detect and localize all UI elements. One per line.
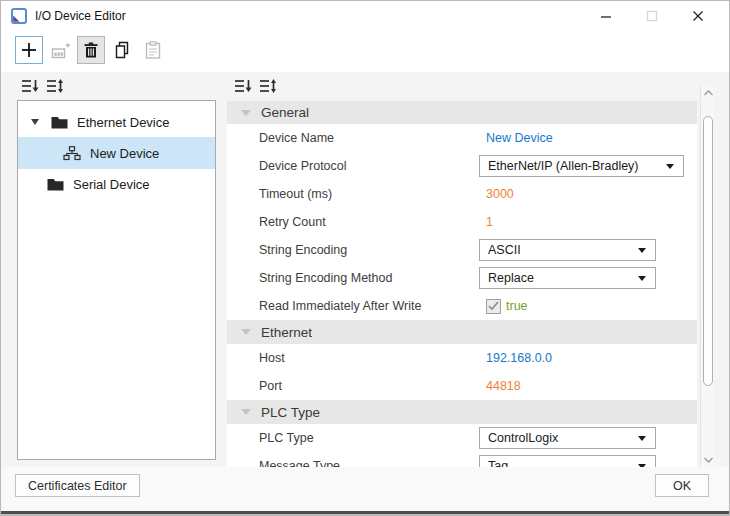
- property-label: Device Protocol: [227, 159, 479, 173]
- close-button[interactable]: [675, 1, 721, 30]
- device-name-value[interactable]: New Device: [479, 131, 553, 145]
- dropdown-selected-value: ControlLogix: [488, 431, 558, 445]
- maximize-icon: [646, 10, 658, 22]
- dropdown-selected-value: Tag: [488, 459, 508, 467]
- device-toolbar: [15, 36, 167, 64]
- property-row-string-encoding: String Encoding ASCII: [227, 236, 697, 264]
- copy-icon: [114, 41, 131, 59]
- scroll-down-icon[interactable]: [701, 453, 715, 467]
- dropdown-selected-value: EtherNet/IP (Allen-Bradley): [488, 159, 639, 173]
- plc-type-dropdown[interactable]: ControlLogix: [479, 427, 656, 449]
- section-collapse-icon: [241, 329, 251, 335]
- property-row-device-protocol: Device Protocol EtherNet/IP (Allen-Bradl…: [227, 152, 697, 180]
- app-logo-icon: [11, 8, 27, 24]
- plus-icon: [20, 41, 38, 59]
- tree-item-label: New Device: [90, 146, 159, 161]
- scroll-up-icon[interactable]: [701, 86, 715, 100]
- property-label: Port: [227, 379, 479, 393]
- property-row-port: Port 44818: [227, 372, 697, 400]
- section-collapse-icon: [241, 110, 251, 116]
- properties-scrollbar[interactable]: [700, 86, 714, 467]
- device-tree: Ethernet Device New Device Seria: [17, 100, 216, 460]
- property-row-device-name: Device Name New Device: [227, 124, 697, 152]
- property-label: String Encoding Method: [227, 271, 479, 285]
- section-header-plc-type[interactable]: PLC Type: [227, 400, 697, 424]
- property-label: Timeout (ms): [227, 187, 479, 201]
- footer-bar: Certificates Editor OK: [1, 467, 729, 511]
- device-group-plus-icon: [51, 42, 70, 59]
- string-encoding-method-dropdown[interactable]: Replace: [479, 267, 656, 289]
- message-type-dropdown[interactable]: Tag: [479, 455, 656, 467]
- host-value[interactable]: 192.168.0.0: [479, 351, 552, 365]
- property-row-timeout: Timeout (ms) 3000: [227, 180, 697, 208]
- close-icon: [692, 10, 704, 22]
- scrollbar-thumb[interactable]: [703, 116, 713, 386]
- collapse-all-icon[interactable]: [21, 78, 39, 94]
- io-device-editor-window: I/O Device Editor: [0, 0, 730, 516]
- string-encoding-dropdown[interactable]: ASCII: [479, 239, 656, 261]
- section-header-general[interactable]: General: [227, 101, 697, 124]
- dropdown-selected-value: ASCII: [488, 243, 521, 257]
- tree-item-serial-device[interactable]: Serial Device: [18, 169, 215, 199]
- copy-device-button[interactable]: [108, 36, 136, 64]
- minimize-icon: [600, 10, 612, 22]
- expand-all-icon[interactable]: [46, 78, 64, 94]
- section-title: General: [261, 105, 309, 120]
- property-row-plc-type: PLC Type ControlLogix: [227, 424, 697, 452]
- section-title: Ethernet: [261, 325, 312, 340]
- property-row-retry-count: Retry Count 1: [227, 208, 697, 236]
- property-label: String Encoding: [227, 243, 479, 257]
- folder-icon: [51, 116, 68, 129]
- window-bottom-edge: [1, 511, 729, 515]
- section-title: PLC Type: [261, 405, 320, 420]
- paste-device-button: [139, 36, 167, 64]
- device-protocol-dropdown[interactable]: EtherNet/IP (Allen-Bradley): [479, 155, 684, 177]
- minimize-button[interactable]: [583, 1, 629, 30]
- window-title: I/O Device Editor: [35, 9, 126, 23]
- read-immediately-value: true: [501, 299, 528, 313]
- certificates-editor-button[interactable]: Certificates Editor: [15, 474, 140, 497]
- chevron-down-icon: [638, 436, 646, 441]
- property-label: Retry Count: [227, 215, 479, 229]
- ok-button[interactable]: OK: [655, 474, 709, 497]
- tree-item-new-device[interactable]: New Device: [18, 137, 215, 169]
- property-row-read-immediately: Read Immediately After Write true: [227, 292, 697, 320]
- dropdown-selected-value: Replace: [488, 271, 534, 285]
- expander-triangle-icon[interactable]: [31, 119, 39, 125]
- retry-count-value[interactable]: 1: [479, 215, 493, 229]
- section-header-ethernet[interactable]: Ethernet: [227, 320, 697, 344]
- folder-icon: [47, 178, 64, 191]
- tree-item-label: Ethernet Device: [77, 115, 170, 130]
- port-value[interactable]: 44818: [479, 379, 521, 393]
- property-label: Read Immediately After Write: [227, 299, 479, 313]
- main-content: Ethernet Device New Device Seria: [1, 72, 729, 469]
- tree-panel-iconbar: [21, 78, 64, 94]
- property-label: PLC Type: [227, 431, 479, 445]
- property-label: Device Name: [227, 131, 479, 145]
- checkmark-icon: [488, 301, 499, 311]
- add-device-button[interactable]: [15, 36, 43, 64]
- chevron-down-icon: [666, 164, 674, 169]
- collapse-all-icon[interactable]: [234, 78, 252, 94]
- property-row-host: Host 192.168.0.0: [227, 344, 697, 372]
- expand-all-icon[interactable]: [259, 78, 277, 94]
- add-device-group-button: [46, 36, 74, 64]
- tree-item-ethernet-device[interactable]: Ethernet Device: [18, 107, 215, 137]
- chevron-down-icon: [638, 276, 646, 281]
- read-immediately-checkbox[interactable]: [486, 299, 501, 314]
- titlebar: I/O Device Editor: [1, 1, 729, 30]
- tree-item-label: Serial Device: [73, 177, 150, 192]
- property-label: Message Type: [227, 459, 479, 467]
- property-label: Host: [227, 351, 479, 365]
- trash-icon: [83, 42, 99, 59]
- section-collapse-icon: [241, 409, 251, 415]
- network-device-icon: [63, 146, 81, 161]
- paste-icon: [145, 41, 161, 59]
- props-panel-iconbar: [234, 78, 277, 94]
- chevron-down-icon: [638, 248, 646, 253]
- property-row-string-encoding-method: String Encoding Method Replace: [227, 264, 697, 292]
- properties-panel: General Device Name New Device Device Pr…: [227, 101, 697, 467]
- timeout-value[interactable]: 3000: [479, 187, 514, 201]
- property-row-message-type: Message Type Tag: [227, 452, 697, 467]
- delete-device-button[interactable]: [77, 36, 105, 64]
